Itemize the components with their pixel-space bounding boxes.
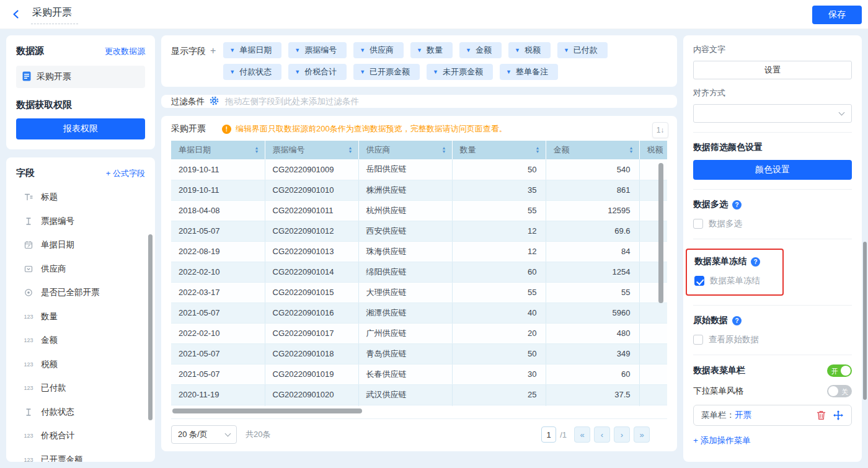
field-item[interactable]: 供应商 — [16, 257, 149, 281]
table-horizontal-scrollbar[interactable] — [172, 408, 362, 413]
table-row[interactable]: 2021-05-07CG20220901018青岛供应链50349 — [171, 343, 667, 364]
table-vertical-scrollbar[interactable] — [658, 163, 663, 303]
filter-settings-gear-icon[interactable] — [210, 96, 219, 107]
display-field-chip-label: 价税合计 — [304, 66, 337, 77]
table-menu-toggle[interactable]: 开 — [827, 364, 852, 377]
field-item[interactable]: 123金额 — [16, 329, 149, 353]
table-cell: CG20220901014 — [265, 262, 358, 282]
display-field-chip[interactable]: ▼票据编号 — [288, 42, 347, 58]
next-page-button[interactable]: › — [614, 426, 630, 443]
column-header[interactable]: 金额▲▼ — [546, 141, 639, 159]
table-row[interactable]: 2021-05-07CG20220901016湘潭供应链405960 — [171, 302, 667, 323]
chevron-down-icon: ▼ — [294, 69, 300, 75]
field-item[interactable]: 123数量 — [16, 305, 149, 329]
table-row[interactable]: 2022-02-10CG20220901014绵阳供应链601254 — [171, 262, 667, 282]
trash-icon[interactable] — [815, 410, 826, 421]
sort-order-button[interactable]: 1↓ — [652, 122, 668, 138]
table-row[interactable]: 2020-11-19CG20220901020武汉供应链2537.5 — [171, 384, 667, 405]
formula-field-link[interactable]: + 公式字段 — [106, 168, 145, 179]
display-field-chip[interactable]: ▼税额 — [508, 42, 551, 58]
sort-arrows-icon[interactable]: ▲▼ — [255, 146, 259, 154]
menu-bar-item[interactable]: 菜单栏： 开票 — [693, 405, 852, 426]
back-icon[interactable] — [10, 8, 22, 20]
table-row[interactable]: 2022-08-19CG20220901013珠海供应链1284 — [171, 241, 667, 262]
table-cell: 20 — [452, 323, 546, 343]
display-field-chip[interactable]: ▼已付款 — [557, 42, 608, 58]
sort-arrows-icon[interactable]: ▲▼ — [629, 146, 634, 154]
help-icon[interactable]: ? — [732, 200, 742, 210]
fields-scrollbar[interactable] — [148, 234, 153, 420]
checkbox-checked-icon[interactable] — [694, 276, 704, 286]
display-field-chip[interactable]: ▼数量 — [410, 42, 453, 58]
save-button[interactable]: 保存 — [812, 6, 862, 24]
table-cell: 5960 — [546, 302, 639, 323]
table-row[interactable]: 2022-03-17CG20220901015大理供应链5555 — [171, 282, 667, 302]
field-item[interactable]: 123已付款 — [16, 376, 149, 400]
raw-data-checkbox-row[interactable]: 查看原始数据 — [693, 334, 852, 345]
column-header[interactable]: 供应商▲▼ — [358, 141, 452, 159]
display-field-chip[interactable]: ▼未开票金额 — [427, 64, 493, 80]
column-header[interactable]: 票据编号▲▼ — [265, 141, 358, 159]
document-icon — [22, 71, 31, 83]
table-row[interactable]: 2019-10-11CG20220901009岳阳供应链50540 — [171, 159, 667, 180]
text-icon — [22, 408, 35, 417]
datasource-item-label: 采购开票 — [37, 71, 71, 82]
field-item[interactable]: 标题 — [16, 185, 149, 210]
page-scrollbar[interactable] — [863, 242, 867, 400]
field-item[interactable]: 123税额 — [16, 353, 149, 377]
datasource-item[interactable]: 采购开票 — [16, 66, 145, 88]
display-field-chip-label: 数量 — [427, 45, 443, 56]
page-title[interactable]: 采购开票 — [31, 5, 78, 24]
report-permission-button[interactable]: 报表权限 — [16, 118, 145, 139]
prev-page-button[interactable]: ‹ — [594, 426, 610, 443]
display-field-chip[interactable]: ▼供应商 — [353, 42, 404, 58]
display-field-chip[interactable]: ▼付款状态 — [223, 64, 281, 80]
last-page-button[interactable]: » — [634, 426, 650, 443]
table-viewport: 单据日期▲▼票据编号▲▼供应商▲▼数量▲▼金额▲▼税额 2019-10-11CG… — [171, 141, 667, 406]
table-cell: 青岛供应链 — [358, 343, 452, 364]
dropdown-style-toggle[interactable]: 关 — [827, 385, 852, 397]
field-item[interactable]: 123已开票金额 — [16, 448, 149, 462]
column-header[interactable]: 税额 — [639, 141, 667, 159]
menu-freeze-checkbox-row[interactable]: 数据菜单冻结 — [694, 275, 775, 286]
first-page-button[interactable]: « — [574, 426, 590, 443]
table-row[interactable]: 2022-02-10CG20220901017广州供应链20480 — [171, 323, 667, 343]
table-cell: 55 — [452, 200, 546, 221]
field-item[interactable]: 票据编号 — [16, 210, 149, 234]
column-header[interactable]: 单据日期▲▼ — [171, 141, 265, 159]
field-item[interactable]: 是否已全部开票 — [16, 281, 149, 305]
table-row[interactable]: 2021-05-07CG20220901019长春供应链3060 — [171, 364, 667, 384]
page-size-select[interactable]: 20 条/页 — [171, 425, 237, 444]
right-column: 内容文字 设置 对齐方式 数据筛选颜色设置 颜色设置 数据多选 ? 数据多选 数… — [683, 35, 862, 462]
align-select[interactable] — [693, 104, 852, 123]
field-item[interactable]: 付款状态 — [16, 400, 149, 425]
display-field-chip[interactable]: ▼已开票金额 — [353, 64, 420, 80]
menu-bar-item-value[interactable]: 开票 — [735, 410, 751, 421]
table-row[interactable]: 2018-04-08CG20220901011杭州供应链5512595 — [171, 200, 667, 221]
chevron-down-icon: ▼ — [229, 48, 235, 53]
move-icon[interactable] — [833, 410, 844, 421]
table-row[interactable]: 2021-05-07CG20220901012西安供应链1269.6 — [171, 221, 667, 241]
table-row[interactable]: 2019-10-11CG20220901010株洲供应链35861 — [171, 180, 667, 200]
field-item[interactable]: 单据日期 — [16, 233, 149, 257]
current-page-input[interactable]: 1 — [541, 426, 556, 443]
column-header[interactable]: 数量▲▼ — [452, 141, 546, 159]
help-icon[interactable]: ? — [732, 316, 742, 325]
content-text-settings-button[interactable]: 设置 — [693, 61, 852, 79]
add-display-field-button[interactable]: + — [210, 45, 216, 56]
sort-arrows-icon[interactable]: ▲▼ — [442, 146, 446, 154]
checkbox-unchecked-icon[interactable] — [693, 219, 703, 229]
multi-select-checkbox-row[interactable]: 数据多选 — [693, 218, 852, 229]
display-field-chip[interactable]: ▼金额 — [459, 42, 502, 58]
sort-arrows-icon[interactable]: ▲▼ — [536, 146, 540, 154]
color-settings-button[interactable]: 颜色设置 — [693, 160, 852, 180]
change-datasource-link[interactable]: 更改数据源 — [105, 46, 145, 57]
display-field-chip[interactable]: ▼价税合计 — [288, 64, 347, 80]
display-field-chip[interactable]: ▼单据日期 — [223, 42, 281, 58]
checkbox-unchecked-icon[interactable] — [693, 335, 703, 345]
add-action-menu-link[interactable]: + 添加操作菜单 — [693, 435, 852, 446]
sort-arrows-icon[interactable]: ▲▼ — [348, 146, 353, 154]
display-field-chip[interactable]: ▼整单备注 — [500, 64, 558, 80]
help-icon[interactable]: ? — [751, 257, 760, 267]
field-item[interactable]: 123价税合计 — [16, 424, 149, 448]
